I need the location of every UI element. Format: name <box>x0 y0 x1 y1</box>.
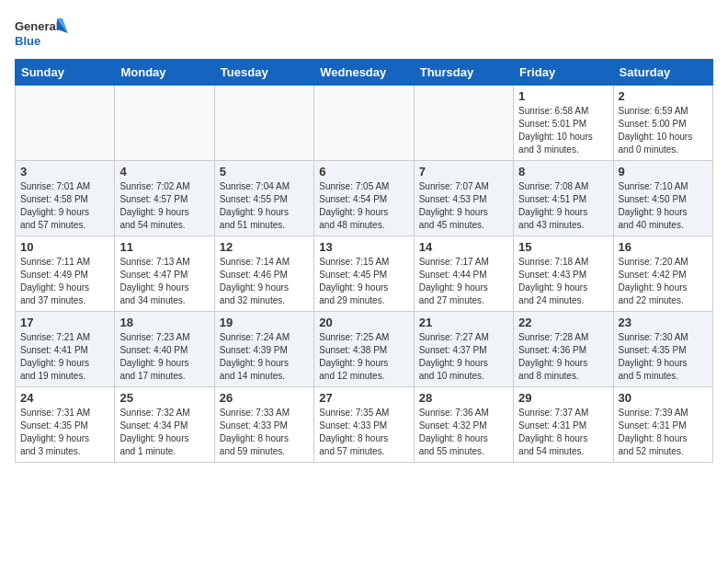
day-number: 17 <box>20 316 109 329</box>
calendar-cell: 23Sunrise: 7:30 AM Sunset: 4:35 PM Dayli… <box>613 312 712 387</box>
calendar-cell: 26Sunrise: 7:33 AM Sunset: 4:33 PM Dayli… <box>214 387 313 463</box>
day-number: 23 <box>619 316 708 329</box>
day-number: 1 <box>518 89 608 103</box>
day-info: Sunrise: 7:23 AM Sunset: 4:40 PM Dayligh… <box>119 331 209 383</box>
day-info: Sunrise: 7:18 AM Sunset: 4:43 PM Dayligh… <box>518 256 608 307</box>
calendar-cell: 13Sunrise: 7:15 AM Sunset: 4:45 PM Dayli… <box>314 236 414 312</box>
day-info: Sunrise: 7:10 AM Sunset: 4:50 PM Dayligh… <box>619 180 708 232</box>
calendar-cell: 10Sunrise: 7:11 AM Sunset: 4:49 PM Dayli… <box>16 236 115 312</box>
day-number: 27 <box>319 391 408 405</box>
day-info: Sunrise: 7:15 AM Sunset: 4:45 PM Dayligh… <box>319 256 408 307</box>
day-number: 28 <box>419 391 508 405</box>
day-info: Sunrise: 7:17 AM Sunset: 4:44 PM Dayligh… <box>419 256 508 307</box>
calendar-cell: 29Sunrise: 7:37 AM Sunset: 4:31 PM Dayli… <box>514 387 613 463</box>
day-number: 4 <box>119 165 209 178</box>
day-number: 13 <box>319 240 408 254</box>
day-info: Sunrise: 7:13 AM Sunset: 4:47 PM Dayligh… <box>119 256 209 307</box>
calendar-week-5: 24Sunrise: 7:31 AM Sunset: 4:35 PM Dayli… <box>16 387 713 463</box>
day-number: 18 <box>119 316 209 329</box>
svg-text:General: General <box>15 19 59 33</box>
calendar-cell <box>115 86 214 161</box>
calendar-cell: 16Sunrise: 7:20 AM Sunset: 4:42 PM Dayli… <box>613 236 712 312</box>
calendar-cell: 2Sunrise: 6:59 AM Sunset: 5:00 PM Daylig… <box>613 86 712 161</box>
day-info: Sunrise: 6:58 AM Sunset: 5:01 PM Dayligh… <box>518 105 608 156</box>
calendar-cell: 27Sunrise: 7:35 AM Sunset: 4:33 PM Dayli… <box>314 387 414 463</box>
day-info: Sunrise: 7:20 AM Sunset: 4:42 PM Dayligh… <box>619 256 708 307</box>
day-info: Sunrise: 7:08 AM Sunset: 4:51 PM Dayligh… <box>518 180 608 232</box>
page: GeneralBlue SundayMondayTuesdayWednesday… <box>0 0 728 474</box>
header: GeneralBlue <box>15 15 713 52</box>
calendar-week-4: 17Sunrise: 7:21 AM Sunset: 4:41 PM Dayli… <box>16 312 713 387</box>
calendar-cell: 21Sunrise: 7:27 AM Sunset: 4:37 PM Dayli… <box>414 312 513 387</box>
calendar-cell: 20Sunrise: 7:25 AM Sunset: 4:38 PM Dayli… <box>314 312 414 387</box>
weekday-header-monday: Monday <box>115 60 214 86</box>
calendar-week-2: 3Sunrise: 7:01 AM Sunset: 4:58 PM Daylig… <box>16 161 713 236</box>
weekday-header-tuesday: Tuesday <box>214 60 313 86</box>
day-number: 7 <box>419 165 508 178</box>
logo-svg: GeneralBlue <box>15 15 70 52</box>
day-number: 14 <box>419 240 508 254</box>
calendar-cell: 15Sunrise: 7:18 AM Sunset: 4:43 PM Dayli… <box>514 236 613 312</box>
calendar-cell <box>214 86 313 161</box>
weekday-header-row: SundayMondayTuesdayWednesdayThursdayFrid… <box>16 60 713 86</box>
day-info: Sunrise: 6:59 AM Sunset: 5:00 PM Dayligh… <box>619 105 708 156</box>
day-info: Sunrise: 7:28 AM Sunset: 4:36 PM Dayligh… <box>518 331 608 383</box>
calendar-cell: 8Sunrise: 7:08 AM Sunset: 4:51 PM Daylig… <box>514 161 613 236</box>
weekday-header-sunday: Sunday <box>16 60 115 86</box>
day-number: 26 <box>220 391 309 405</box>
day-number: 6 <box>319 165 408 178</box>
day-info: Sunrise: 7:01 AM Sunset: 4:58 PM Dayligh… <box>20 180 109 232</box>
day-info: Sunrise: 7:30 AM Sunset: 4:35 PM Dayligh… <box>619 331 708 383</box>
calendar-cell: 30Sunrise: 7:39 AM Sunset: 4:31 PM Dayli… <box>613 387 712 463</box>
day-number: 11 <box>119 240 209 254</box>
weekday-header-friday: Friday <box>514 60 613 86</box>
weekday-header-saturday: Saturday <box>613 60 712 86</box>
calendar-week-3: 10Sunrise: 7:11 AM Sunset: 4:49 PM Dayli… <box>16 236 713 312</box>
day-number: 3 <box>20 165 109 178</box>
weekday-header-thursday: Thursday <box>414 60 513 86</box>
calendar-cell: 7Sunrise: 7:07 AM Sunset: 4:53 PM Daylig… <box>414 161 513 236</box>
day-info: Sunrise: 7:11 AM Sunset: 4:49 PM Dayligh… <box>20 256 109 307</box>
day-info: Sunrise: 7:02 AM Sunset: 4:57 PM Dayligh… <box>119 180 209 232</box>
day-number: 19 <box>220 316 309 329</box>
day-number: 8 <box>518 165 608 178</box>
calendar-cell: 6Sunrise: 7:05 AM Sunset: 4:54 PM Daylig… <box>314 161 414 236</box>
day-number: 10 <box>20 240 109 254</box>
day-info: Sunrise: 7:24 AM Sunset: 4:39 PM Dayligh… <box>220 331 309 383</box>
calendar-cell: 5Sunrise: 7:04 AM Sunset: 4:55 PM Daylig… <box>214 161 313 236</box>
calendar-cell: 25Sunrise: 7:32 AM Sunset: 4:34 PM Dayli… <box>115 387 214 463</box>
day-number: 29 <box>518 391 608 405</box>
calendar-cell: 17Sunrise: 7:21 AM Sunset: 4:41 PM Dayli… <box>16 312 115 387</box>
day-info: Sunrise: 7:33 AM Sunset: 4:33 PM Dayligh… <box>220 407 309 458</box>
calendar-cell: 18Sunrise: 7:23 AM Sunset: 4:40 PM Dayli… <box>115 312 214 387</box>
calendar-cell <box>314 86 414 161</box>
day-number: 15 <box>518 240 608 254</box>
day-info: Sunrise: 7:32 AM Sunset: 4:34 PM Dayligh… <box>119 407 209 458</box>
calendar-cell: 24Sunrise: 7:31 AM Sunset: 4:35 PM Dayli… <box>16 387 115 463</box>
day-number: 16 <box>619 240 708 254</box>
day-number: 9 <box>619 165 708 178</box>
day-info: Sunrise: 7:36 AM Sunset: 4:32 PM Dayligh… <box>419 407 508 458</box>
calendar-cell: 14Sunrise: 7:17 AM Sunset: 4:44 PM Dayli… <box>414 236 513 312</box>
calendar-cell: 22Sunrise: 7:28 AM Sunset: 4:36 PM Dayli… <box>514 312 613 387</box>
calendar-cell <box>16 86 115 161</box>
day-number: 12 <box>220 240 309 254</box>
svg-text:Blue: Blue <box>15 34 40 48</box>
calendar-cell: 3Sunrise: 7:01 AM Sunset: 4:58 PM Daylig… <box>16 161 115 236</box>
day-info: Sunrise: 7:05 AM Sunset: 4:54 PM Dayligh… <box>319 180 408 232</box>
day-info: Sunrise: 7:25 AM Sunset: 4:38 PM Dayligh… <box>319 331 408 383</box>
calendar-week-1: 1Sunrise: 6:58 AM Sunset: 5:01 PM Daylig… <box>16 86 713 161</box>
calendar-cell: 11Sunrise: 7:13 AM Sunset: 4:47 PM Dayli… <box>115 236 214 312</box>
day-number: 21 <box>419 316 508 329</box>
calendar-cell: 4Sunrise: 7:02 AM Sunset: 4:57 PM Daylig… <box>115 161 214 236</box>
calendar-cell: 28Sunrise: 7:36 AM Sunset: 4:32 PM Dayli… <box>414 387 513 463</box>
calendar-cell: 1Sunrise: 6:58 AM Sunset: 5:01 PM Daylig… <box>514 86 613 161</box>
day-info: Sunrise: 7:37 AM Sunset: 4:31 PM Dayligh… <box>518 407 608 458</box>
calendar-cell: 19Sunrise: 7:24 AM Sunset: 4:39 PM Dayli… <box>214 312 313 387</box>
calendar-cell <box>414 86 513 161</box>
day-info: Sunrise: 7:27 AM Sunset: 4:37 PM Dayligh… <box>419 331 508 383</box>
logo: GeneralBlue <box>15 15 70 52</box>
day-number: 20 <box>319 316 408 329</box>
day-info: Sunrise: 7:39 AM Sunset: 4:31 PM Dayligh… <box>619 407 708 458</box>
calendar-cell: 9Sunrise: 7:10 AM Sunset: 4:50 PM Daylig… <box>613 161 712 236</box>
